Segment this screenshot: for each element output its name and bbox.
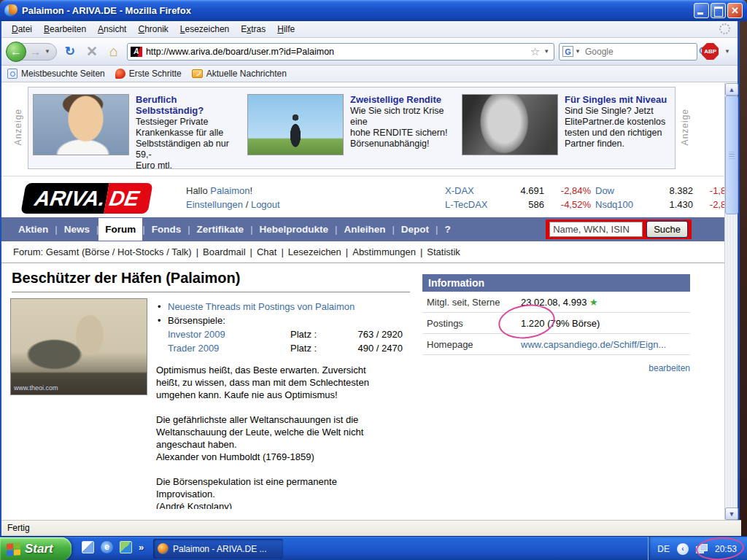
stock-search-input[interactable] [549, 222, 643, 237]
bookmark-erste-schritte[interactable]: Erste Schritte [115, 69, 182, 79]
minimize-button[interactable] [694, 3, 709, 18]
search-engine-dropdown-icon[interactable]: ▼ [573, 48, 582, 55]
ad-title-link[interactable]: Zweistellige Rendite [350, 94, 456, 105]
stock-search-box: Suche [546, 219, 692, 239]
adblock-dropdown-icon[interactable]: ▼ [723, 48, 732, 55]
google-logo-icon[interactable]: G [562, 46, 573, 57]
subnav-statistik[interactable]: Statistik [427, 246, 460, 257]
menu-bearbeiten[interactable]: Bearbeiten [38, 22, 92, 36]
quicklaunch-ie-icon[interactable]: e [101, 541, 113, 553]
bookmark-star-icon[interactable]: ☆ [528, 45, 542, 58]
ad-title-link[interactable]: Für Singles mit Niveau [565, 94, 667, 105]
index-change: -2,83% [697, 198, 728, 211]
nav-aktien[interactable]: Aktien [12, 218, 55, 241]
subnav-boardmail[interactable]: Boardmail [203, 246, 246, 257]
info-value: 23.02.08, 4.993 [521, 297, 587, 308]
reload-button[interactable]: ↻ [61, 44, 79, 59]
profile-image-mosaic: www.theoi.com [10, 298, 147, 395]
site-header: ARIVA. DE Hallo Palaimon! Einstellungen … [1, 176, 728, 217]
menu-lesezeichen[interactable]: Lesezeichen [174, 22, 235, 36]
taskbar: Start e » Palaimon - ARIVA.DE ... DE ‹ 2… [0, 536, 747, 560]
adblock-icon[interactable]: ABP [702, 43, 719, 60]
menu-datei[interactable]: Datei [6, 22, 38, 36]
menu-chronik[interactable]: Chronik [132, 22, 174, 36]
status-text: Fertig [7, 523, 30, 533]
scroll-up-button[interactable]: ▲ [725, 83, 738, 96]
web-search-input[interactable] [585, 47, 698, 57]
subnav-separator: | [196, 246, 198, 257]
game-investor-link[interactable]: Investor 2009 [168, 327, 290, 341]
url-input[interactable] [146, 47, 528, 57]
ad-item[interactable]: Für Singles mit Niveau Sind Sie Single? … [462, 94, 670, 162]
ariva-logo[interactable]: ARIVA. DE [20, 183, 153, 214]
history-dropdown-icon[interactable]: ▼ [43, 48, 52, 55]
index-name[interactable]: X-DAX [445, 184, 502, 198]
scroll-down-button[interactable]: ▼ [725, 508, 738, 520]
menu-bar: Datei Bearbeiten Ansicht Chronik Lesezei… [1, 21, 738, 38]
menu-ansicht[interactable]: Ansicht [92, 22, 132, 36]
window-titlebar[interactable]: Palaimon - ARIVA.DE - Mozilla Firefox [0, 0, 747, 21]
bookmark-meistbesuchte[interactable]: Meistbesuchte Seiten [7, 69, 105, 79]
forward-button[interactable]: → [28, 45, 43, 58]
nav-forum[interactable]: Forum [98, 218, 142, 241]
greeting-prefix: Hallo [186, 185, 210, 196]
maximize-button[interactable] [711, 3, 726, 18]
quicklaunch-overflow-chevron[interactable]: » [139, 542, 144, 553]
ad-item[interactable]: Zweistellige Rendite Wie Sie sich trotz … [247, 94, 456, 162]
url-bar[interactable]: A ☆ ▼ [127, 43, 554, 61]
threads-link[interactable]: Neueste Threads mit Postings von Palaimo… [168, 301, 355, 312]
language-indicator[interactable]: DE [657, 544, 670, 554]
logout-link[interactable]: Logout [251, 199, 280, 210]
index-value: 8.382 [652, 184, 693, 198]
nav-anleihen[interactable]: Anleihen [337, 218, 392, 241]
nav-fonds[interactable]: Fonds [145, 218, 188, 241]
web-search-bar[interactable]: G ▼ [559, 43, 697, 61]
stock-search-button[interactable]: Suche [646, 221, 688, 238]
index-name[interactable]: L-TecDAX [445, 198, 502, 211]
game-row: Investor 2009 Platz : 763 / 2920 [156, 327, 408, 341]
subnav-lesezeichen[interactable]: Lesezeichen [288, 246, 341, 257]
ad-image-father-child[interactable] [247, 94, 344, 155]
ad-title-link[interactable]: Beruflich Selbstständig? [136, 94, 241, 116]
nav-news[interactable]: News [58, 218, 96, 241]
menu-hilfe[interactable]: Hilfe [271, 22, 301, 36]
vertical-scrollbar[interactable]: ▲ ▼ [724, 83, 738, 520]
logo-text-black: ARIVA. [20, 183, 109, 214]
menu-extras[interactable]: Extras [235, 22, 271, 36]
network-icon[interactable] [696, 544, 708, 553]
subnav-chat[interactable]: Chat [257, 246, 276, 257]
game-trader-link[interactable]: Trader 2009 [168, 341, 290, 355]
rank-label: Platz : [290, 327, 336, 341]
settings-link[interactable]: Einstellungen [186, 199, 243, 210]
quicklaunch-mail-icon[interactable] [82, 541, 94, 553]
quicklaunch-desktop-icon[interactable] [120, 541, 132, 553]
back-button[interactable]: ← [6, 42, 26, 62]
home-button[interactable]: ⌂ [105, 43, 123, 60]
homepage-link[interactable]: www.capsandiego.de/Schiff/Eign... [521, 339, 690, 350]
ad-item[interactable]: Beruflich Selbstständig? Testsieger Priv… [33, 94, 241, 162]
market-indices: X-DAX 4.691 -2,84% Dow 8.382 -1,85% L-Te… [445, 184, 728, 211]
firefox-icon [4, 4, 17, 17]
taskbar-task-firefox[interactable]: Palaimon - ARIVA.DE ... [153, 539, 283, 559]
tray-chevron-icon[interactable]: ‹ [677, 543, 689, 555]
close-button[interactable] [727, 3, 743, 18]
ad-image-man-portrait[interactable] [33, 94, 129, 155]
vertical-scrollbar-thumb[interactable] [725, 96, 738, 214]
subnav-abstimmungen[interactable]: Abstimmungen [352, 246, 416, 257]
ad-marker-left: Anzeige [13, 109, 23, 145]
edit-link[interactable]: bearbeiten [649, 363, 690, 373]
index-name[interactable]: Dow [595, 184, 648, 198]
username-link[interactable]: Palaimon [210, 185, 249, 196]
nav-zertifikate[interactable]: Zertifikate [190, 218, 251, 241]
bookmark-aktuelle-nachrichten[interactable]: Aktuelle Nachrichten [192, 69, 287, 79]
url-dropdown-icon[interactable]: ▼ [542, 48, 551, 55]
nav-hebelprodukte[interactable]: Hebelprodukte [253, 218, 336, 241]
index-name[interactable]: Nsdq100 [595, 198, 648, 211]
index-change: -4,52% [549, 198, 591, 211]
nav-help[interactable]: ? [438, 218, 457, 241]
nav-depot[interactable]: Depot [395, 218, 436, 241]
ad-image-woman-face[interactable] [462, 94, 558, 155]
firefox-task-icon [158, 543, 169, 554]
stop-button[interactable]: ✕ [83, 43, 101, 60]
start-button[interactable]: Start [0, 537, 71, 560]
